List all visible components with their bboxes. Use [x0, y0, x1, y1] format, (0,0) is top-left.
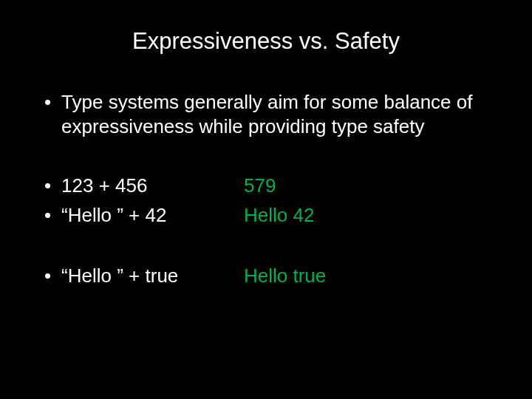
- examples-group-2: • “Hello ” + true Hello true: [44, 264, 502, 289]
- intro-bullet-row: • Type systems generally aim for some ba…: [44, 90, 502, 138]
- example-expression: “Hello ” + 42: [61, 203, 166, 228]
- slide: Expressiveness vs. Safety • Type systems…: [0, 0, 532, 399]
- intro-text: Type systems generally aim for some bala…: [61, 90, 502, 138]
- bullet-icon: •: [44, 174, 51, 198]
- intro-block: • Type systems generally aim for some ba…: [44, 90, 502, 138]
- examples-group-1: • 123 + 456 579 • “Hello ” + 42 Hello 42: [44, 174, 502, 228]
- example-row: • “Hello ” + 42 Hello 42: [44, 203, 502, 228]
- example-result: Hello true: [244, 264, 326, 289]
- example-row: • “Hello ” + true Hello true: [44, 264, 502, 289]
- slide-content: • Type systems generally aim for some ba…: [30, 90, 502, 288]
- example-result: 579: [244, 174, 276, 199]
- example-result: Hello 42: [244, 203, 314, 228]
- example-expression-col: • “Hello ” + 42: [44, 203, 244, 228]
- example-expression-col: • 123 + 456: [44, 174, 244, 199]
- slide-title: Expressiveness vs. Safety: [30, 28, 502, 55]
- example-expression-col: • “Hello ” + true: [44, 264, 244, 289]
- example-expression: 123 + 456: [61, 174, 147, 199]
- bullet-icon: •: [44, 264, 51, 288]
- bullet-icon: •: [44, 90, 51, 115]
- bullet-icon: •: [44, 203, 51, 228]
- example-row: • 123 + 456 579: [44, 174, 502, 199]
- example-expression: “Hello ” + true: [61, 264, 178, 289]
